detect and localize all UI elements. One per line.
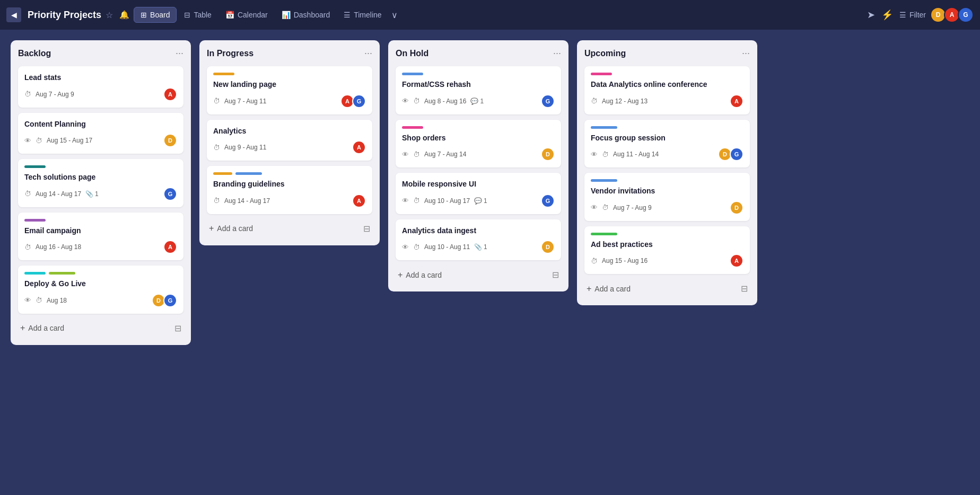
card-meta: 👁⏱Aug 15 - Aug 17D	[24, 134, 177, 147]
card-avatar[interactable]: A	[730, 94, 743, 108]
card[interactable]: Ad best practices⏱Aug 15 - Aug 16A	[584, 226, 750, 275]
add-card-button[interactable]: + Add a card ⊟	[396, 266, 561, 284]
card[interactable]: Branding guidelines⏱Aug 14 - Aug 17A	[207, 166, 372, 214]
card-avatars: D	[163, 134, 177, 147]
column-menu-icon[interactable]: ···	[553, 48, 561, 59]
add-card-label: Add a card	[406, 271, 442, 279]
card-avatar[interactable]: G	[352, 94, 366, 108]
card-date: Aug 7 - Aug 11	[224, 98, 266, 105]
card[interactable]: Mobile responsive UI👁⏱Aug 10 - Aug 17💬 1…	[396, 173, 561, 214]
template-icon[interactable]: ⊟	[741, 284, 748, 294]
card-avatars: A	[730, 254, 743, 268]
column-upcoming: Upcoming ··· Data Analytics online confe…	[577, 40, 757, 305]
column-backlog: Backlog ··· Lead stats⏱Aug 7 - Aug 9ACon…	[11, 40, 191, 345]
card-tag	[591, 73, 612, 75]
template-icon[interactable]: ⊟	[174, 323, 181, 333]
more-views-icon[interactable]: ∨	[389, 8, 400, 22]
card[interactable]: Deploy & Go Live👁⏱Aug 18DG	[18, 266, 183, 314]
clock-icon: ⏱	[24, 243, 31, 251]
card-comments: 💬 1	[470, 98, 484, 105]
card[interactable]: Focus group session👁⏱Aug 11 - Aug 14DG	[584, 120, 750, 168]
card-tag	[235, 172, 262, 175]
topnav: ◀ Priority Projects ☆ 🔔 ⊞Board⊟Table📅Cal…	[0, 0, 980, 30]
flash-icon[interactable]: ⚡	[881, 9, 893, 21]
card[interactable]: New landing page⏱Aug 7 - Aug 11AG	[207, 66, 372, 114]
card-date: Aug 7 - Aug 9	[36, 91, 74, 98]
card-tags	[591, 73, 743, 75]
card-avatar[interactable]: A	[163, 87, 177, 101]
card[interactable]: Vendor invitations👁⏱Aug 7 - Aug 9D	[584, 173, 750, 221]
template-icon[interactable]: ⊟	[363, 224, 370, 234]
column-in-progress: In Progress ··· New landing page⏱Aug 7 -…	[199, 40, 380, 245]
card-tag	[24, 165, 46, 168]
card-title: Deploy & Go Live	[24, 279, 177, 289]
card-meta-left: ⏱Aug 9 - Aug 11	[213, 144, 266, 152]
card[interactable]: Lead stats⏱Aug 7 - Aug 9A	[18, 66, 183, 108]
nav-tab-timeline[interactable]: ☰Timeline	[337, 7, 388, 22]
card-avatar[interactable]: G	[163, 294, 177, 307]
card-meta: 👁⏱Aug 7 - Aug 14D	[402, 147, 555, 161]
card-date: Aug 14 - Aug 17	[36, 190, 81, 198]
card-tag	[402, 126, 423, 129]
ghost-icon[interactable]: 🔔	[119, 10, 129, 20]
card-avatar[interactable]: G	[541, 194, 555, 208]
star-icon[interactable]: ☆	[106, 10, 113, 20]
column-menu-icon[interactable]: ···	[176, 48, 183, 59]
column-title: On Hold	[396, 49, 428, 58]
card-avatar[interactable]: G	[163, 187, 177, 201]
card-date: Aug 11 - Aug 14	[613, 151, 659, 158]
nav-tab-calendar[interactable]: 📅Calendar	[219, 7, 274, 22]
nav-tab-dashboard[interactable]: 📊Dashboard	[275, 7, 337, 22]
sidebar-toggle[interactable]: ◀	[6, 7, 21, 22]
nav-avatar[interactable]: G	[958, 7, 974, 23]
card-meta-left: 👁⏱Aug 7 - Aug 14	[402, 151, 466, 158]
card-meta-left: 👁⏱Aug 15 - Aug 17	[24, 137, 92, 145]
card[interactable]: Email campaign⏱Aug 16 - Aug 18A	[18, 213, 183, 261]
card[interactable]: Tech solutions page⏱Aug 14 - Aug 17📎 1G	[18, 159, 183, 207]
column-menu-icon[interactable]: ···	[742, 48, 750, 59]
card-avatar[interactable]: G	[541, 94, 555, 108]
card-meta: ⏱Aug 12 - Aug 13A	[591, 94, 743, 108]
card-avatar[interactable]: A	[352, 194, 366, 208]
add-card-button[interactable]: + Add a card ⊟	[207, 219, 372, 238]
card-tag	[213, 172, 232, 175]
card-avatars: DG	[152, 294, 177, 307]
add-card-button[interactable]: + Add a card ⊟	[584, 279, 750, 298]
add-card-button[interactable]: + Add a card ⊟	[18, 319, 183, 338]
card-avatars: A	[352, 140, 366, 154]
card-title: Mobile responsive UI	[402, 179, 555, 190]
column-menu-icon[interactable]: ···	[364, 48, 372, 59]
card-tags	[402, 126, 555, 129]
tab-label: Timeline	[354, 11, 381, 19]
card-avatar[interactable]: D	[541, 240, 555, 254]
card-avatar[interactable]: A	[730, 254, 743, 268]
send-icon[interactable]: ➤	[867, 9, 875, 21]
nav-tab-board[interactable]: ⊞Board	[134, 7, 177, 23]
card-avatar[interactable]: D	[163, 134, 177, 147]
card-meta: ⏱Aug 9 - Aug 11A	[213, 140, 366, 154]
tab-icon: ⊟	[184, 11, 190, 19]
card-avatar[interactable]: D	[730, 201, 743, 215]
template-icon[interactable]: ⊟	[552, 270, 559, 280]
card[interactable]: Content Planning👁⏱Aug 15 - Aug 17D	[18, 113, 183, 154]
card[interactable]: Analytics data ingest👁⏱Aug 10 - Aug 11📎 …	[396, 219, 561, 261]
add-icon: +	[209, 224, 214, 233]
nav-tab-table[interactable]: ⊟Table	[178, 7, 217, 22]
card-avatar[interactable]: G	[730, 147, 743, 161]
card[interactable]: Format/CSS rehash👁⏱Aug 8 - Aug 16💬 1G	[396, 66, 561, 114]
filter-button[interactable]: ☰ Filter	[899, 11, 926, 19]
card-avatar[interactable]: A	[352, 140, 366, 154]
card-date: Aug 8 - Aug 16	[424, 98, 466, 105]
card[interactable]: Analytics⏱Aug 9 - Aug 11A	[207, 120, 372, 161]
comment-icon: 💬	[474, 197, 482, 205]
card-avatar[interactable]: D	[541, 147, 555, 161]
card-tags	[402, 73, 555, 75]
card-tag	[213, 73, 234, 75]
card-avatar[interactable]: A	[163, 240, 177, 254]
card-title: Email campaign	[24, 226, 177, 236]
card[interactable]: Shop orders👁⏱Aug 7 - Aug 14D	[396, 120, 561, 168]
eye-icon: 👁	[591, 151, 598, 158]
add-card-left: + Add a card	[398, 270, 442, 280]
card-meta-left: ⏱Aug 7 - Aug 11	[213, 97, 266, 105]
card[interactable]: Data Analytics online conference⏱Aug 12 …	[584, 66, 750, 114]
